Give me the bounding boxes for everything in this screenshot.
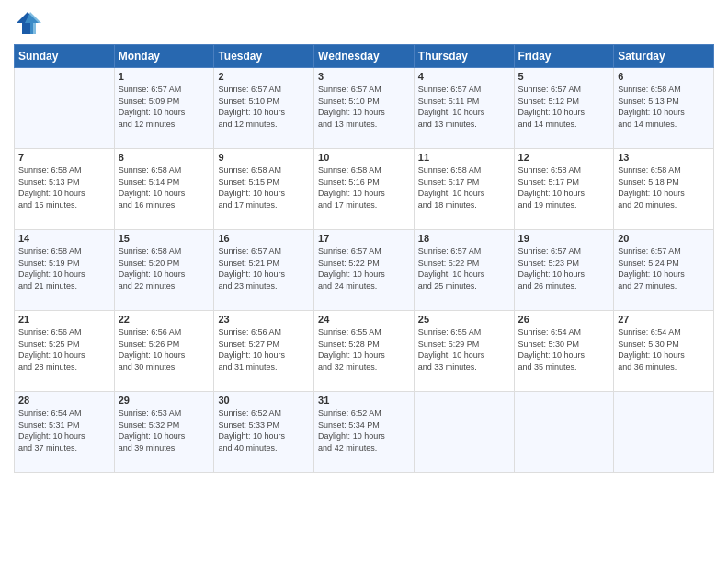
col-header-thursday: Thursday (414, 45, 514, 68)
day-number: 23 (218, 314, 310, 325)
day-number: 12 (518, 152, 610, 163)
calendar-cell: 12Sunrise: 6:58 AM Sunset: 5:17 PM Dayli… (514, 149, 614, 230)
day-info: Sunrise: 6:58 AM Sunset: 5:16 PM Dayligh… (318, 165, 410, 211)
week-row-4: 21Sunrise: 6:56 AM Sunset: 5:25 PM Dayli… (15, 311, 714, 392)
day-info: Sunrise: 6:57 AM Sunset: 5:10 PM Dayligh… (318, 84, 410, 130)
day-number: 24 (318, 314, 410, 325)
logo (14, 9, 45, 37)
day-number: 5 (518, 71, 610, 82)
day-info: Sunrise: 6:52 AM Sunset: 5:34 PM Dayligh… (318, 408, 410, 454)
day-info: Sunrise: 6:57 AM Sunset: 5:21 PM Dayligh… (218, 246, 310, 292)
day-info: Sunrise: 6:57 AM Sunset: 5:22 PM Dayligh… (418, 246, 510, 292)
page: SundayMondayTuesdayWednesdayThursdayFrid… (0, 0, 728, 563)
day-info: Sunrise: 6:55 AM Sunset: 5:29 PM Dayligh… (418, 327, 510, 373)
calendar-cell: 23Sunrise: 6:56 AM Sunset: 5:27 PM Dayli… (214, 311, 314, 392)
calendar-cell: 29Sunrise: 6:53 AM Sunset: 5:32 PM Dayli… (114, 392, 214, 473)
day-info: Sunrise: 6:55 AM Sunset: 5:28 PM Dayligh… (318, 327, 410, 373)
day-info: Sunrise: 6:58 AM Sunset: 5:13 PM Dayligh… (618, 84, 710, 130)
day-number: 6 (618, 71, 710, 82)
col-header-saturday: Saturday (614, 45, 714, 68)
day-number: 11 (418, 152, 510, 163)
day-info: Sunrise: 6:56 AM Sunset: 5:26 PM Dayligh… (119, 327, 210, 373)
calendar-table: SundayMondayTuesdayWednesdayThursdayFrid… (14, 44, 714, 473)
day-number: 29 (119, 395, 210, 406)
day-info: Sunrise: 6:58 AM Sunset: 5:19 PM Dayligh… (18, 246, 110, 292)
calendar-cell: 27Sunrise: 6:54 AM Sunset: 5:30 PM Dayli… (614, 311, 714, 392)
calendar-cell: 25Sunrise: 6:55 AM Sunset: 5:29 PM Dayli… (414, 311, 514, 392)
week-row-1: 1Sunrise: 6:57 AM Sunset: 5:09 PM Daylig… (15, 68, 714, 149)
day-number: 14 (18, 233, 110, 244)
calendar-cell: 8Sunrise: 6:58 AM Sunset: 5:14 PM Daylig… (114, 149, 214, 230)
col-header-wednesday: Wednesday (314, 45, 415, 68)
calendar-cell: 1Sunrise: 6:57 AM Sunset: 5:09 PM Daylig… (114, 68, 214, 149)
calendar-cell: 17Sunrise: 6:57 AM Sunset: 5:22 PM Dayli… (314, 230, 415, 311)
day-info: Sunrise: 6:54 AM Sunset: 5:30 PM Dayligh… (618, 327, 710, 373)
day-number: 3 (318, 71, 410, 82)
day-info: Sunrise: 6:53 AM Sunset: 5:32 PM Dayligh… (119, 408, 210, 454)
header (14, 9, 714, 37)
day-info: Sunrise: 6:52 AM Sunset: 5:33 PM Dayligh… (218, 408, 310, 454)
day-info: Sunrise: 6:58 AM Sunset: 5:15 PM Dayligh… (218, 165, 310, 211)
day-number: 27 (618, 314, 710, 325)
day-number: 1 (119, 71, 210, 82)
calendar-cell: 30Sunrise: 6:52 AM Sunset: 5:33 PM Dayli… (214, 392, 314, 473)
day-number: 4 (418, 71, 510, 82)
calendar-cell: 24Sunrise: 6:55 AM Sunset: 5:28 PM Dayli… (314, 311, 415, 392)
day-number: 18 (418, 233, 510, 244)
calendar-cell: 18Sunrise: 6:57 AM Sunset: 5:22 PM Dayli… (414, 230, 514, 311)
day-number: 7 (18, 152, 110, 163)
day-info: Sunrise: 6:57 AM Sunset: 5:23 PM Dayligh… (518, 246, 610, 292)
day-info: Sunrise: 6:54 AM Sunset: 5:30 PM Dayligh… (518, 327, 610, 373)
calendar-cell: 22Sunrise: 6:56 AM Sunset: 5:26 PM Dayli… (114, 311, 214, 392)
day-info: Sunrise: 6:57 AM Sunset: 5:10 PM Dayligh… (218, 84, 310, 130)
calendar-cell (15, 68, 115, 149)
day-number: 2 (218, 71, 310, 82)
day-number: 15 (119, 233, 210, 244)
logo-icon (14, 9, 41, 37)
day-info: Sunrise: 6:56 AM Sunset: 5:25 PM Dayligh… (18, 327, 110, 373)
calendar-cell: 6Sunrise: 6:58 AM Sunset: 5:13 PM Daylig… (614, 68, 714, 149)
calendar-cell: 31Sunrise: 6:52 AM Sunset: 5:34 PM Dayli… (314, 392, 415, 473)
calendar-cell: 4Sunrise: 6:57 AM Sunset: 5:11 PM Daylig… (414, 68, 514, 149)
day-info: Sunrise: 6:57 AM Sunset: 5:09 PM Dayligh… (119, 84, 210, 130)
day-number: 25 (418, 314, 510, 325)
calendar-cell: 21Sunrise: 6:56 AM Sunset: 5:25 PM Dayli… (15, 311, 115, 392)
day-number: 8 (119, 152, 210, 163)
day-number: 22 (119, 314, 210, 325)
day-number: 30 (218, 395, 310, 406)
day-info: Sunrise: 6:57 AM Sunset: 5:24 PM Dayligh… (618, 246, 710, 292)
calendar-cell (614, 392, 714, 473)
calendar-cell (514, 392, 614, 473)
calendar-cell: 9Sunrise: 6:58 AM Sunset: 5:15 PM Daylig… (214, 149, 314, 230)
calendar-cell: 20Sunrise: 6:57 AM Sunset: 5:24 PM Dayli… (614, 230, 714, 311)
day-number: 26 (518, 314, 610, 325)
calendar-cell: 5Sunrise: 6:57 AM Sunset: 5:12 PM Daylig… (514, 68, 614, 149)
day-number: 28 (18, 395, 110, 406)
day-info: Sunrise: 6:58 AM Sunset: 5:20 PM Dayligh… (119, 246, 210, 292)
day-number: 10 (318, 152, 410, 163)
day-info: Sunrise: 6:57 AM Sunset: 5:12 PM Dayligh… (518, 84, 610, 130)
day-info: Sunrise: 6:57 AM Sunset: 5:22 PM Dayligh… (318, 246, 410, 292)
col-header-friday: Friday (514, 45, 614, 68)
calendar-cell: 7Sunrise: 6:58 AM Sunset: 5:13 PM Daylig… (15, 149, 115, 230)
col-header-tuesday: Tuesday (214, 45, 314, 68)
calendar-cell (414, 392, 514, 473)
calendar-cell: 28Sunrise: 6:54 AM Sunset: 5:31 PM Dayli… (15, 392, 115, 473)
day-info: Sunrise: 6:58 AM Sunset: 5:17 PM Dayligh… (418, 165, 510, 211)
day-info: Sunrise: 6:57 AM Sunset: 5:11 PM Dayligh… (418, 84, 510, 130)
header-row: SundayMondayTuesdayWednesdayThursdayFrid… (15, 45, 714, 68)
calendar-cell: 16Sunrise: 6:57 AM Sunset: 5:21 PM Dayli… (214, 230, 314, 311)
week-row-2: 7Sunrise: 6:58 AM Sunset: 5:13 PM Daylig… (15, 149, 714, 230)
calendar-cell: 11Sunrise: 6:58 AM Sunset: 5:17 PM Dayli… (414, 149, 514, 230)
day-info: Sunrise: 6:58 AM Sunset: 5:14 PM Dayligh… (119, 165, 210, 211)
col-header-monday: Monday (114, 45, 214, 68)
day-number: 21 (18, 314, 110, 325)
day-number: 31 (318, 395, 410, 406)
week-row-3: 14Sunrise: 6:58 AM Sunset: 5:19 PM Dayli… (15, 230, 714, 311)
calendar-cell: 14Sunrise: 6:58 AM Sunset: 5:19 PM Dayli… (15, 230, 115, 311)
col-header-sunday: Sunday (15, 45, 115, 68)
calendar-cell: 10Sunrise: 6:58 AM Sunset: 5:16 PM Dayli… (314, 149, 415, 230)
calendar-cell: 2Sunrise: 6:57 AM Sunset: 5:10 PM Daylig… (214, 68, 314, 149)
day-number: 17 (318, 233, 410, 244)
calendar-cell: 3Sunrise: 6:57 AM Sunset: 5:10 PM Daylig… (314, 68, 415, 149)
